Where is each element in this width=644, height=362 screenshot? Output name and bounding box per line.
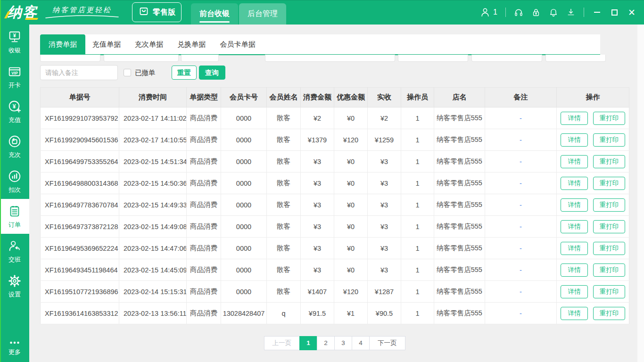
- next-page-button[interactable]: 下一页: [369, 336, 405, 350]
- prev-page-button[interactable]: 上一页: [264, 336, 300, 350]
- clipped-input[interactable]: [398, 55, 468, 62]
- bell-icon[interactable]: [549, 8, 558, 17]
- cell-member-card-no: 0000: [221, 129, 267, 151]
- slogan-swoosh: [44, 15, 120, 19]
- topbar-nav: 前台收银 后台管理: [191, 3, 286, 25]
- sidebar-item-shift-change[interactable]: 交班: [0, 234, 29, 269]
- cell-operator: 1: [401, 238, 434, 259]
- detail-button[interactable]: 详情: [561, 155, 588, 168]
- page-button-3[interactable]: 3: [334, 336, 352, 350]
- sidebar-item-settings[interactable]: 设置: [0, 269, 29, 304]
- sidebar-item-open-card[interactable]: VIP 开卡: [0, 59, 29, 94]
- reprint-button[interactable]: 重打印: [593, 112, 625, 125]
- divider: [584, 8, 584, 17]
- nav-tab-front-cashier[interactable]: 前台收银: [191, 3, 238, 25]
- cell-discount-amount: ¥0: [334, 151, 368, 173]
- reprint-button[interactable]: 重打印: [593, 198, 625, 212]
- detail-button[interactable]: 详情: [561, 285, 588, 298]
- reprint-button[interactable]: 重打印: [593, 133, 625, 147]
- cell-store-name: 纳客零售店555: [434, 173, 485, 194]
- tab-recharge-times-receipts[interactable]: 充次单据: [128, 34, 170, 54]
- col-consume-amount: 消费金额: [301, 88, 334, 107]
- cell-receipt-type: 商品消费: [187, 194, 221, 216]
- more-icon: [8, 340, 22, 346]
- table-row: XF16196495369652224 2023-02-15 14:47:06 …: [41, 238, 629, 259]
- cell-consume-time: 2023-02-15 14:51:34: [119, 151, 187, 173]
- reprint-button[interactable]: 重打印: [593, 242, 625, 255]
- nav-tab-back-admin[interactable]: 后台管理: [239, 3, 286, 25]
- clipped-input[interactable]: [181, 55, 219, 62]
- cell-discount-amount: ¥120: [334, 129, 368, 151]
- detail-button[interactable]: 详情: [561, 242, 588, 255]
- cell-consume-amount: ¥3: [301, 194, 334, 216]
- sidebar-item-more[interactable]: 更多: [0, 334, 29, 362]
- lock-icon[interactable]: [531, 8, 541, 17]
- cell-consume-time: 2023-02-17 14:10:55: [119, 129, 187, 151]
- sidebar-item-cashier[interactable]: ¥ 收银: [0, 25, 29, 59]
- remark-input[interactable]: [40, 65, 118, 80]
- clipped-input[interactable]: [545, 55, 606, 62]
- close-button[interactable]: ✕: [627, 8, 636, 17]
- cell-member-card-no: 0000: [221, 107, 267, 129]
- table-row: XF16199291073953792 2023-02-17 14:11:02 …: [41, 107, 629, 129]
- sidebar-item-recharge[interactable]: ¥ 充值: [0, 94, 29, 129]
- cell-operator: 1: [401, 216, 434, 238]
- cell-operator: 1: [401, 173, 434, 194]
- search-button[interactable]: 查询: [199, 66, 225, 80]
- clipped-input[interactable]: [265, 55, 395, 62]
- orders-table: 单据号 消费时间 单据类型 会员卡号 会员姓名 消费金额 优惠金额 实收 操作员…: [40, 87, 629, 324]
- cell-actual-received: ¥3: [368, 238, 401, 259]
- reset-button[interactable]: 重置: [172, 66, 197, 80]
- tab-exchange-receipts[interactable]: 兑换单据: [170, 34, 213, 54]
- reprint-button[interactable]: 重打印: [593, 263, 625, 277]
- headset-icon[interactable]: [514, 8, 523, 17]
- download-icon[interactable]: [566, 8, 576, 17]
- cell-remark: -: [485, 238, 557, 259]
- reprint-button[interactable]: 重打印: [593, 155, 625, 168]
- cell-store-name: 纳客零售店555: [434, 151, 485, 173]
- reprint-button[interactable]: 重打印: [593, 307, 625, 320]
- clipped-input[interactable]: [104, 55, 179, 62]
- detail-button[interactable]: 详情: [561, 112, 588, 125]
- detail-button[interactable]: 详情: [561, 198, 588, 212]
- detail-button[interactable]: 详情: [561, 177, 588, 190]
- page-button-2[interactable]: 2: [317, 336, 335, 350]
- maximize-button[interactable]: [610, 8, 619, 17]
- cell-store-name: 纳客零售店555: [434, 303, 485, 324]
- cell-remark: -: [485, 259, 557, 281]
- sidebar-item-orders[interactable]: 订单: [0, 199, 29, 234]
- detail-button[interactable]: 详情: [561, 263, 588, 277]
- col-remark: 备注: [485, 88, 557, 107]
- detail-button[interactable]: 详情: [561, 133, 588, 147]
- cell-actions: 详情 重打印: [557, 259, 629, 281]
- reprint-button[interactable]: 重打印: [593, 285, 625, 298]
- cell-receipt-no: XF16199291073953792: [41, 107, 119, 129]
- page-button-1[interactable]: 1: [299, 336, 317, 350]
- cell-operator: 1: [401, 259, 434, 281]
- sidebar-item-deduct-times[interactable]: 扣次: [0, 164, 29, 199]
- sidebar-item-recharge-times[interactable]: 充次: [0, 129, 29, 164]
- col-member-name: 会员姓名: [267, 88, 301, 107]
- minimize-button[interactable]: [592, 8, 602, 17]
- detail-button[interactable]: 详情: [561, 220, 588, 233]
- cell-discount-amount: ¥1: [334, 303, 368, 324]
- cell-operator: 1: [401, 151, 434, 173]
- tab-recharge-receipts[interactable]: 充值单据: [85, 34, 128, 54]
- tab-member-card-receipts[interactable]: 会员卡单据: [213, 34, 263, 54]
- cancelled-checkbox[interactable]: [124, 69, 131, 76]
- cell-discount-amount: ¥0: [334, 173, 368, 194]
- cell-receipt-type: 商品消费: [187, 281, 221, 303]
- reprint-button[interactable]: 重打印: [593, 220, 625, 233]
- cell-receipt-type: 商品消费: [187, 238, 221, 259]
- detail-button[interactable]: 详情: [561, 307, 588, 320]
- cell-receipt-type: 商品消费: [187, 129, 221, 151]
- scrollbar-track[interactable]: [637, 25, 644, 362]
- orders-icon: [8, 204, 22, 218]
- reprint-button[interactable]: 重打印: [593, 177, 625, 190]
- tab-consume-receipts[interactable]: 消费单据: [40, 34, 85, 54]
- cell-member-name: 散客: [267, 173, 301, 194]
- page-button-4[interactable]: 4: [352, 336, 370, 350]
- user-indicator[interactable]: 1: [480, 7, 497, 17]
- clipped-input[interactable]: [471, 55, 542, 62]
- clipped-input[interactable]: [40, 55, 100, 62]
